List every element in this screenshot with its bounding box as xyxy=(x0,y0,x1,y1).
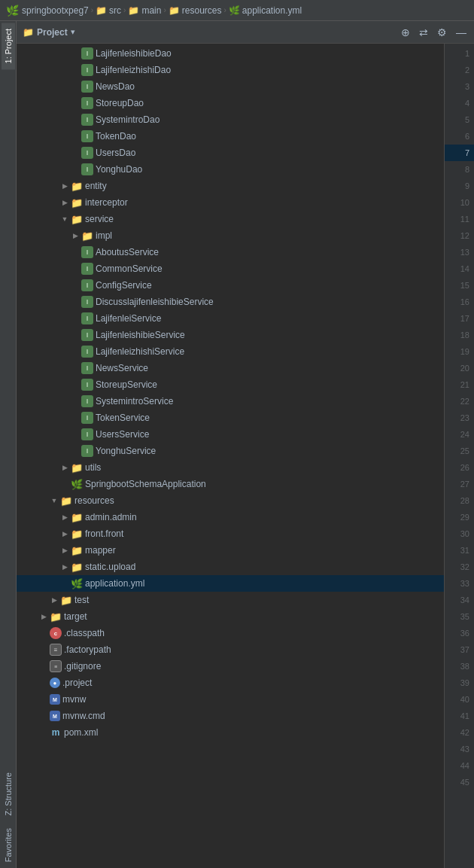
tree-item-project[interactable]: ●.project xyxy=(17,675,444,691)
line-num-44: 44 xyxy=(445,757,474,774)
arrow-lajifenleishiebiedao[interactable] xyxy=(69,47,81,59)
tree-item-application-yml[interactable]: 🌿application.yml xyxy=(17,575,444,592)
label-springbootschemaapp: SpringbootSchemaApplication xyxy=(85,479,206,489)
sidebar-tab-project[interactable]: 1: Project xyxy=(2,23,15,69)
tree-item-mvnw-cmd[interactable]: Mmvnw.cmd xyxy=(17,708,444,724)
tree-item-lajifenleishibieservice[interactable]: ILajifenleishibieService xyxy=(17,327,444,343)
main-layout: 1: Project Z: Structure Favorites 📁 Proj… xyxy=(0,21,474,868)
arrow-discusslajifenleishibieservice[interactable] xyxy=(69,296,81,308)
tree-item-newsdao[interactable]: INewsDao xyxy=(17,78,444,95)
arrow-classpath[interactable] xyxy=(38,627,50,639)
arrow-mvnw-cmd[interactable] xyxy=(38,710,50,722)
tree-item-target[interactable]: 📁target xyxy=(17,608,444,625)
expand-icon[interactable]: ⇄ xyxy=(418,25,430,40)
arrow-mvnw[interactable] xyxy=(38,693,50,705)
tree-item-utils[interactable]: 📁utils xyxy=(17,459,444,476)
tree-item-impl[interactable]: 📁impl xyxy=(17,227,444,244)
locate-icon[interactable]: ⊕ xyxy=(400,25,412,40)
sidebar-tab-favorites[interactable]: Favorites xyxy=(2,822,15,868)
arrow-service[interactable] xyxy=(59,213,71,225)
arrow-test[interactable] xyxy=(48,594,60,606)
tree-item-tokendao[interactable]: ITokenDao xyxy=(17,128,444,145)
arrow-factorypath[interactable] xyxy=(38,644,50,656)
tree-item-usersservice[interactable]: IUsersService xyxy=(17,426,444,443)
tree-item-factorypath[interactable]: ≡.factorypath xyxy=(17,641,444,658)
arrow-storeupservice[interactable] xyxy=(69,379,81,391)
arrow-lajifenleiservice[interactable] xyxy=(69,312,81,324)
arrow-pom-xml[interactable] xyxy=(38,726,50,739)
arrow-mapper[interactable] xyxy=(59,544,71,556)
tree-item-discusslajifenleishibieservice[interactable]: IDiscusslajifenleishibieService xyxy=(17,294,444,310)
arrow-commonservice[interactable] xyxy=(69,263,81,275)
tree-item-mapper[interactable]: 📁mapper xyxy=(17,542,444,559)
tree-item-yonghuservice[interactable]: IYonghuService xyxy=(17,443,444,459)
sidebar-tab-structure[interactable]: Z: Structure xyxy=(2,766,15,821)
tree-item-pom-xml[interactable]: mpom.xml xyxy=(17,724,444,741)
tree-item-lajifenleishiebiedao[interactable]: ILajifenleishibieDao xyxy=(17,45,444,62)
arrow-resources[interactable] xyxy=(48,495,60,507)
arrow-front-front[interactable] xyxy=(59,528,71,540)
arrow-tokendao[interactable] xyxy=(69,130,81,142)
arrow-configservice[interactable] xyxy=(69,279,81,291)
tree-item-lajifenleiservice[interactable]: ILajifenleiService xyxy=(17,310,444,327)
label-yonghuservice: YonghuService xyxy=(96,446,156,456)
tree-item-storeupdao[interactable]: IStoreupDao xyxy=(17,95,444,111)
arrow-newsservice[interactable] xyxy=(69,362,81,374)
tree-item-resources[interactable]: 📁resources xyxy=(17,492,444,509)
arrow-admin-admin[interactable] xyxy=(59,511,71,523)
tree-item-admin-admin[interactable]: 📁admin.admin xyxy=(17,509,444,525)
tree-item-service[interactable]: 📁service xyxy=(17,211,444,227)
arrow-systemintroservice[interactable] xyxy=(69,395,81,407)
tree-item-tokenservice[interactable]: ITokenService xyxy=(17,410,444,426)
tree-item-storeupservice[interactable]: IStoreupService xyxy=(17,376,444,393)
tree-item-front-front[interactable]: 📁front.front xyxy=(17,525,444,542)
arrow-interceptor[interactable] xyxy=(59,196,71,209)
tree-item-interceptor[interactable]: 📁interceptor xyxy=(17,194,444,211)
arrow-tokenservice[interactable] xyxy=(69,412,81,424)
arrow-aboutusservice[interactable] xyxy=(69,246,81,258)
tree-item-lajifenleizhishidao[interactable]: ILajifenleizhishiDao xyxy=(17,62,444,78)
minimize-icon[interactable]: — xyxy=(454,25,468,40)
tree-item-usersdao[interactable]: IUsersDao xyxy=(17,145,444,161)
tree-item-aboutusservice[interactable]: IAboutusService xyxy=(17,244,444,260)
tree-item-springbootschemaapp[interactable]: 🌿SpringbootSchemaApplication xyxy=(17,476,444,492)
icon-lajifenleishibieservice: I xyxy=(81,329,93,341)
arrow-project[interactable] xyxy=(38,677,50,689)
arrow-lajifenleizhishiservice[interactable] xyxy=(69,346,81,358)
tree-item-systemintroservice[interactable]: ISystemintroService xyxy=(17,393,444,410)
tree-item-commonservice[interactable]: ICommonService xyxy=(17,260,444,277)
arrow-usersdao[interactable] xyxy=(69,147,81,159)
arrow-entity[interactable] xyxy=(59,180,71,192)
tree-item-newsservice[interactable]: INewsService xyxy=(17,360,444,376)
arrow-gitignore[interactable] xyxy=(38,660,50,672)
tree-item-classpath[interactable]: c.classpath xyxy=(17,625,444,641)
arrow-static-upload[interactable] xyxy=(59,561,71,573)
tree-item-configservice[interactable]: IConfigService xyxy=(17,277,444,294)
tree-item-static-upload[interactable]: 📁static.upload xyxy=(17,559,444,575)
tree-item-test[interactable]: 📁test xyxy=(17,592,444,608)
arrow-springbootschemaapp[interactable] xyxy=(59,478,71,490)
arrow-lajifenleizhishidao[interactable] xyxy=(69,64,81,76)
arrow-usersservice[interactable] xyxy=(69,428,81,440)
arrow-utils[interactable] xyxy=(59,461,71,474)
tree-item-mvnw[interactable]: Mmvnw xyxy=(17,691,444,708)
tree-item-entity[interactable]: 📁entity xyxy=(17,178,444,194)
arrow-application-yml[interactable] xyxy=(59,577,71,589)
tree-item-lajifenleizhishiservice[interactable]: ILajifenleizhishiService xyxy=(17,343,444,360)
arrow-lajifenleishibieservice[interactable] xyxy=(69,329,81,341)
label-mvnw: mvnw xyxy=(62,694,86,705)
tree-item-yonghudao[interactable]: IYonghuDao xyxy=(17,161,444,178)
arrow-yonghuservice[interactable] xyxy=(69,445,81,457)
arrow-yonghudao[interactable] xyxy=(69,163,81,175)
arrow-impl[interactable] xyxy=(69,230,81,242)
arrow-systemintrodao[interactable] xyxy=(69,114,81,126)
icon-utils: 📁 xyxy=(71,461,83,474)
arrow-newsdao[interactable] xyxy=(69,81,81,93)
arrow-storeupdao[interactable] xyxy=(69,97,81,109)
arrow-target[interactable] xyxy=(38,611,50,623)
tree-item-gitignore[interactable]: ≡.gitignore xyxy=(17,658,444,675)
tree-item-systemintrodao[interactable]: ISystemintroDao xyxy=(17,111,444,128)
panel-dropdown-icon[interactable]: ▾ xyxy=(71,27,75,37)
settings-icon[interactable]: ⚙ xyxy=(436,25,448,40)
line-num-30: 30 xyxy=(445,525,474,542)
